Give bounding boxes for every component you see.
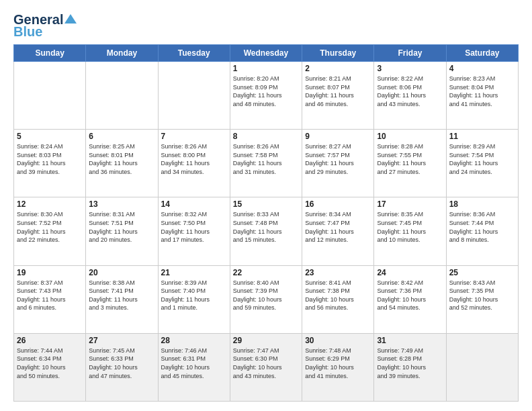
day-info: Sunrise: 8:38 AM Sunset: 7:41 PM Dayligh… (89, 279, 154, 312)
calendar-cell: 17Sunrise: 8:35 AM Sunset: 7:45 PM Dayli… (374, 197, 446, 265)
calendar: SundayMondayTuesdayWednesdayThursdayFrid… (13, 44, 519, 402)
calendar-cell: 3Sunrise: 8:22 AM Sunset: 8:06 PM Daylig… (374, 62, 446, 130)
day-info: Sunrise: 7:47 AM Sunset: 6:30 PM Dayligh… (233, 347, 299, 380)
week-row-2: 12Sunrise: 8:30 AM Sunset: 7:52 PM Dayli… (14, 197, 519, 265)
day-number: 19 (17, 268, 83, 277)
calendar-cell: 5Sunrise: 8:24 AM Sunset: 8:03 PM Daylig… (14, 130, 86, 197)
calendar-cell: 31Sunrise: 7:49 AM Sunset: 6:28 PM Dayli… (374, 333, 446, 401)
day-number: 6 (89, 132, 154, 141)
calendar-cell: 29Sunrise: 7:47 AM Sunset: 6:30 PM Dayli… (230, 333, 302, 401)
calendar-cell: 28Sunrise: 7:46 AM Sunset: 6:31 PM Dayli… (158, 333, 230, 401)
week-row-4: 26Sunrise: 7:44 AM Sunset: 6:34 PM Dayli… (14, 333, 519, 401)
day-number: 13 (89, 199, 154, 209)
weekday-header-wednesday: Wednesday (230, 45, 302, 62)
calendar-cell: 27Sunrise: 7:45 AM Sunset: 6:33 PM Dayli… (86, 333, 158, 401)
weekday-header-tuesday: Tuesday (158, 45, 230, 62)
weekday-header-thursday: Thursday (302, 45, 374, 62)
day-number: 1 (233, 64, 299, 73)
day-number: 18 (449, 199, 515, 209)
calendar-cell: 22Sunrise: 8:40 AM Sunset: 7:39 PM Dayli… (230, 265, 302, 333)
day-number: 23 (305, 268, 371, 277)
weekday-header-row: SundayMondayTuesdayWednesdayThursdayFrid… (14, 45, 519, 62)
day-number: 10 (377, 132, 443, 141)
day-info: Sunrise: 8:37 AM Sunset: 7:43 PM Dayligh… (17, 279, 83, 312)
day-number: 15 (233, 199, 299, 209)
calendar-cell: 7Sunrise: 8:26 AM Sunset: 8:00 PM Daylig… (158, 130, 230, 197)
day-info: Sunrise: 7:44 AM Sunset: 6:34 PM Dayligh… (17, 347, 83, 380)
day-info: Sunrise: 8:28 AM Sunset: 7:55 PM Dayligh… (377, 142, 443, 176)
logo-text-blue: Blue (13, 24, 42, 39)
calendar-cell: 16Sunrise: 8:34 AM Sunset: 7:47 PM Dayli… (302, 197, 374, 265)
day-number: 14 (161, 199, 227, 209)
day-number: 25 (449, 268, 515, 277)
day-info: Sunrise: 7:49 AM Sunset: 6:28 PM Dayligh… (377, 347, 443, 380)
calendar-cell: 11Sunrise: 8:29 AM Sunset: 7:54 PM Dayli… (446, 130, 518, 197)
calendar-cell (446, 333, 518, 401)
day-info: Sunrise: 8:25 AM Sunset: 8:01 PM Dayligh… (89, 142, 154, 176)
calendar-cell: 1Sunrise: 8:20 AM Sunset: 8:09 PM Daylig… (230, 62, 302, 130)
calendar-cell: 4Sunrise: 8:23 AM Sunset: 8:04 PM Daylig… (446, 62, 518, 130)
svg-marker-0 (64, 14, 77, 24)
weekday-header-friday: Friday (374, 45, 446, 62)
day-info: Sunrise: 8:22 AM Sunset: 8:06 PM Dayligh… (377, 75, 443, 108)
day-number: 8 (233, 132, 299, 141)
logo: General Blue (13, 12, 77, 39)
weekday-header-saturday: Saturday (446, 45, 518, 62)
calendar-cell: 6Sunrise: 8:25 AM Sunset: 8:01 PM Daylig… (86, 130, 158, 197)
day-number: 28 (161, 336, 227, 345)
logo-icon (64, 13, 77, 25)
calendar-cell: 10Sunrise: 8:28 AM Sunset: 7:55 PM Dayli… (374, 130, 446, 197)
weekday-header-sunday: Sunday (14, 45, 86, 62)
day-info: Sunrise: 7:45 AM Sunset: 6:33 PM Dayligh… (89, 347, 154, 380)
day-info: Sunrise: 8:43 AM Sunset: 7:35 PM Dayligh… (449, 279, 515, 312)
day-number: 22 (233, 268, 299, 277)
calendar-cell: 19Sunrise: 8:37 AM Sunset: 7:43 PM Dayli… (14, 265, 86, 333)
day-info: Sunrise: 8:26 AM Sunset: 8:00 PM Dayligh… (161, 142, 227, 176)
day-info: Sunrise: 8:20 AM Sunset: 8:09 PM Dayligh… (233, 75, 299, 108)
day-info: Sunrise: 8:36 AM Sunset: 7:44 PM Dayligh… (449, 210, 515, 244)
day-number: 26 (17, 336, 83, 345)
day-number: 27 (89, 336, 154, 345)
page: General Blue SundayMondayTuesdayWednesda… (0, 0, 532, 411)
calendar-cell: 25Sunrise: 8:43 AM Sunset: 7:35 PM Dayli… (446, 265, 518, 333)
calendar-cell: 21Sunrise: 8:39 AM Sunset: 7:40 PM Dayli… (158, 265, 230, 333)
calendar-cell: 26Sunrise: 7:44 AM Sunset: 6:34 PM Dayli… (14, 333, 86, 401)
day-number: 12 (17, 199, 83, 209)
calendar-cell: 8Sunrise: 8:26 AM Sunset: 7:58 PM Daylig… (230, 130, 302, 197)
header: General Blue (13, 12, 519, 39)
day-info: Sunrise: 8:41 AM Sunset: 7:38 PM Dayligh… (305, 279, 371, 312)
calendar-cell: 24Sunrise: 8:42 AM Sunset: 7:36 PM Dayli… (374, 265, 446, 333)
day-info: Sunrise: 8:32 AM Sunset: 7:50 PM Dayligh… (161, 210, 227, 244)
day-number: 30 (305, 336, 371, 345)
calendar-cell: 2Sunrise: 8:21 AM Sunset: 8:07 PM Daylig… (302, 62, 374, 130)
day-number: 31 (377, 336, 443, 345)
day-info: Sunrise: 8:31 AM Sunset: 7:51 PM Dayligh… (89, 210, 154, 244)
calendar-cell: 13Sunrise: 8:31 AM Sunset: 7:51 PM Dayli… (86, 197, 158, 265)
day-info: Sunrise: 8:35 AM Sunset: 7:45 PM Dayligh… (377, 210, 443, 244)
day-number: 29 (233, 336, 299, 345)
calendar-cell: 15Sunrise: 8:33 AM Sunset: 7:48 PM Dayli… (230, 197, 302, 265)
calendar-cell: 14Sunrise: 8:32 AM Sunset: 7:50 PM Dayli… (158, 197, 230, 265)
day-info: Sunrise: 8:42 AM Sunset: 7:36 PM Dayligh… (377, 279, 443, 312)
day-number: 21 (161, 268, 227, 277)
day-info: Sunrise: 8:27 AM Sunset: 7:57 PM Dayligh… (305, 142, 371, 176)
day-info: Sunrise: 8:40 AM Sunset: 7:39 PM Dayligh… (233, 279, 299, 312)
week-row-0: 1Sunrise: 8:20 AM Sunset: 8:09 PM Daylig… (14, 62, 519, 130)
day-info: Sunrise: 7:48 AM Sunset: 6:29 PM Dayligh… (305, 347, 371, 380)
day-number: 7 (161, 132, 227, 141)
week-row-1: 5Sunrise: 8:24 AM Sunset: 8:03 PM Daylig… (14, 130, 519, 197)
day-info: Sunrise: 8:23 AM Sunset: 8:04 PM Dayligh… (449, 75, 515, 108)
calendar-cell: 12Sunrise: 8:30 AM Sunset: 7:52 PM Dayli… (14, 197, 86, 265)
day-info: Sunrise: 8:24 AM Sunset: 8:03 PM Dayligh… (17, 142, 83, 176)
day-info: Sunrise: 8:39 AM Sunset: 7:40 PM Dayligh… (161, 279, 227, 312)
day-number: 11 (449, 132, 515, 141)
calendar-cell (158, 62, 230, 130)
calendar-cell: 23Sunrise: 8:41 AM Sunset: 7:38 PM Dayli… (302, 265, 374, 333)
day-number: 20 (89, 268, 154, 277)
day-info: Sunrise: 8:33 AM Sunset: 7:48 PM Dayligh… (233, 210, 299, 244)
day-number: 17 (377, 199, 443, 209)
day-number: 9 (305, 132, 371, 141)
day-info: Sunrise: 8:26 AM Sunset: 7:58 PM Dayligh… (233, 142, 299, 176)
day-info: Sunrise: 8:34 AM Sunset: 7:47 PM Dayligh… (305, 210, 371, 244)
calendar-cell: 18Sunrise: 8:36 AM Sunset: 7:44 PM Dayli… (446, 197, 518, 265)
